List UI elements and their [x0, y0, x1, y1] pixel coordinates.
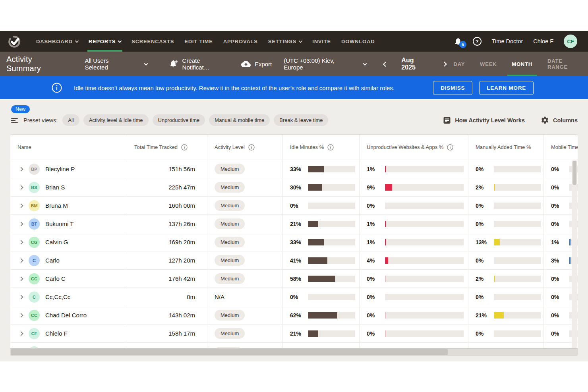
columns-button[interactable]: Columns: [541, 116, 578, 124]
activity-level-badge: Medium: [215, 328, 245, 339]
nav-menu: DASHBOARDREPORTSSCREENCASTSEDIT TIMEAPPR…: [31, 31, 380, 52]
previous-period-button[interactable]: [383, 62, 388, 66]
name-cell: BPBlecyline P: [10, 160, 127, 178]
info-icon[interactable]: [248, 144, 255, 151]
preset-chip-activity-level-idle-time[interactable]: Activity level & idle time: [83, 114, 149, 126]
how-activity-level-works-button[interactable]: How Activity Level Works: [443, 116, 525, 124]
percent-bar: [308, 276, 355, 282]
nav-item-settings[interactable]: SETTINGS: [263, 31, 307, 52]
idle-minutes-cell: 21%: [282, 324, 359, 342]
percent-value: 3%: [551, 257, 569, 264]
column-header-mobile-time: Mobile Time %: [544, 135, 578, 160]
percent-bar: [494, 239, 541, 245]
preset-chip-manual-mobile-time[interactable]: Manual & mobile time: [209, 114, 270, 126]
percent-bar: [494, 166, 541, 172]
export-button[interactable]: Export: [241, 60, 272, 68]
tab-week[interactable]: WEEK: [472, 52, 504, 76]
name-cell: CFChielo F: [10, 324, 127, 342]
expand-row-icon[interactable]: [19, 295, 23, 299]
percent-bar: [308, 239, 355, 245]
total-time-cell: 158h 17m: [127, 324, 207, 342]
how-activity-level-works-label: How Activity Level Works: [455, 117, 525, 124]
unproductive-cell: 4%: [359, 251, 468, 269]
total-time-cell: 151h 56m: [127, 160, 207, 178]
nav-item-invite[interactable]: INVITE: [307, 31, 336, 52]
percent-bar: [385, 294, 464, 300]
preset-chip-break-leave-time[interactable]: Break & leave time: [274, 114, 328, 126]
expand-row-icon[interactable]: [19, 276, 23, 281]
percent-value: 0%: [290, 294, 308, 300]
current-period[interactable]: Aug 2025: [401, 57, 428, 71]
percent-bar-fill: [308, 276, 335, 282]
nav-item-approvals[interactable]: APPROVALS: [218, 31, 263, 52]
activity-level-badge: Medium: [215, 273, 245, 284]
tab-month[interactable]: MONTH: [504, 52, 540, 76]
create-notification-button[interactable]: Create Notificat…: [170, 57, 228, 71]
avatar: CC: [29, 310, 40, 321]
nav-item-dashboard[interactable]: DASHBOARD: [31, 31, 83, 52]
table-row[interactable]: BSBrian S225h 47mMedium30%9%2%0%: [10, 178, 578, 197]
page-title: Activity Summary: [6, 55, 67, 73]
export-label: Export: [255, 61, 272, 68]
total-time-cell: 143h 02m: [127, 306, 207, 324]
table-row[interactable]: CFChielo F158h 17mMedium21%0%0%0%: [10, 324, 578, 343]
idle-minutes-cell: 0%: [282, 197, 359, 214]
horizontal-scrollbar-thumb[interactable]: [11, 349, 448, 355]
percent-bar: [494, 203, 541, 209]
table-row[interactable]: CGCalvin G169h 20mMedium33%1%13%1%: [10, 233, 578, 251]
nav-item-edit-time[interactable]: EDIT TIME: [179, 31, 218, 52]
tab-day[interactable]: DAY: [446, 52, 472, 76]
vertical-scrollbar-thumb[interactable]: [573, 161, 576, 185]
table-row[interactable]: CCc,Cc,Cc0mN/A0%0%0%0%: [10, 288, 578, 306]
percent-bar-fill: [308, 221, 318, 227]
name-cell: CCarlo: [10, 251, 127, 269]
percent-value: 21%: [290, 330, 308, 337]
name-cell: BTBukunmi T: [10, 215, 127, 233]
expand-row-icon[interactable]: [19, 258, 23, 263]
percent-value: 0%: [551, 330, 569, 337]
timezone-dropdown[interactable]: (UTC +03:00) Kiev, Europe: [284, 57, 366, 71]
expand-row-icon[interactable]: [19, 185, 23, 189]
column-header-name: Name: [10, 135, 127, 160]
unproductive-cell: 0%: [359, 324, 468, 342]
nav-item-screencasts[interactable]: SCREENCASTS: [126, 31, 179, 52]
expand-row-icon[interactable]: [19, 222, 23, 226]
tab-date-range[interactable]: DATE RANGE: [540, 52, 588, 76]
percent-value: 41%: [290, 257, 308, 264]
article-icon: [443, 116, 451, 124]
table-row[interactable]: CCCarlo C176h 42mMedium58%0%2%0%: [10, 270, 578, 288]
expand-row-icon[interactable]: [19, 240, 23, 244]
help-icon[interactable]: ?: [473, 37, 482, 46]
user-filter-dropdown[interactable]: All Users Selected: [85, 57, 147, 71]
expand-row-icon[interactable]: [19, 331, 23, 336]
dismiss-button[interactable]: DISMISS: [433, 81, 472, 95]
info-icon[interactable]: [447, 144, 453, 151]
expand-row-icon[interactable]: [19, 167, 23, 171]
expand-row-icon[interactable]: [19, 313, 23, 317]
table-row[interactable]: BTBukunmi T137h 26mMedium21%1%0%0%: [10, 215, 578, 233]
table-row[interactable]: BMBruna M160h 00mMedium0%0%0%0%: [10, 197, 578, 215]
vertical-scrollbar[interactable]: [572, 160, 577, 348]
unproductive-cell: 1%: [359, 233, 468, 251]
info-icon[interactable]: [327, 144, 334, 151]
nav-item-download[interactable]: DOWNLOAD: [336, 31, 380, 52]
horizontal-scrollbar[interactable]: [10, 348, 578, 355]
learn-more-button[interactable]: LEARN MORE: [479, 81, 534, 95]
percent-bar-fill: [385, 184, 392, 191]
activity-level-cell: Medium: [207, 233, 282, 251]
table-row[interactable]: CCarlo127h 20mMedium41%4%0%3%: [10, 251, 578, 270]
percent-bar-fill: [569, 239, 571, 245]
preset-chip-unproductive-time[interactable]: Unproductive time: [153, 114, 205, 126]
info-icon[interactable]: [181, 144, 188, 151]
percent-bar-fill: [385, 239, 386, 245]
expand-row-icon[interactable]: [19, 203, 23, 208]
table-row[interactable]: CCChad Del Corro143h 02mMedium62%0%21%0%: [10, 306, 578, 324]
preset-chip-all[interactable]: All: [62, 114, 79, 126]
user-name[interactable]: Chloe F: [533, 38, 553, 44]
activity-level-badge: Medium: [215, 255, 245, 266]
table-row[interactable]: BPBlecyline P151h 56mMedium33%1%0%0%: [10, 160, 578, 178]
nav-item-reports[interactable]: REPORTS: [83, 31, 126, 52]
percent-bar-fill: [385, 330, 386, 337]
user-avatar[interactable]: CF: [564, 35, 577, 48]
notifications-button[interactable]: 5: [454, 37, 462, 46]
